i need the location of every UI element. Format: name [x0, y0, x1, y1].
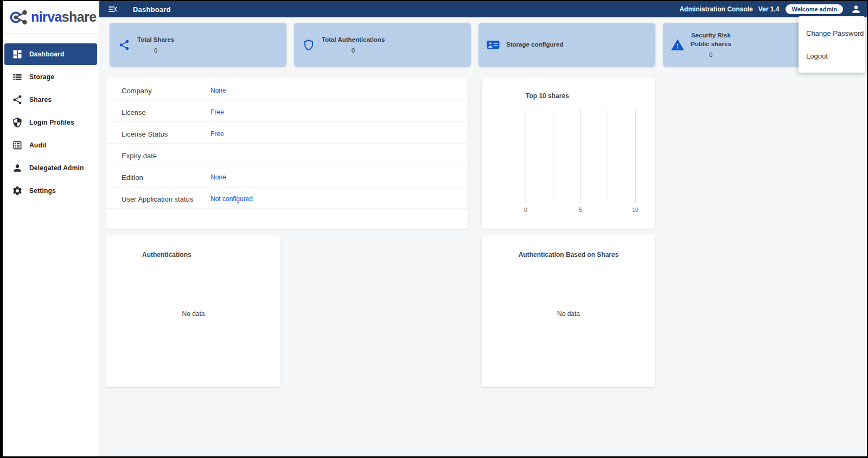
row-label: Expiry date — [122, 152, 157, 160]
row-label: License Status — [122, 130, 168, 138]
app-window: nirvashare Dashboard Storage Shares Logi… — [3, 1, 867, 456]
change-password-menu-item[interactable]: Change Password — [799, 22, 865, 44]
chart-gridline — [553, 108, 553, 203]
warning-icon — [671, 38, 685, 52]
table-row: Expiry date — [106, 146, 468, 165]
row-value-link[interactable]: None — [210, 87, 226, 94]
no-data-text: No data — [482, 310, 655, 318]
stat-card-value: 0 — [709, 51, 712, 58]
license-info-panel: Company None License Free License Status… — [106, 78, 468, 229]
stat-card-title: Storage configured — [506, 41, 563, 49]
share-icon — [12, 94, 23, 105]
stat-card-title: Total Authentications — [322, 36, 385, 44]
person-icon — [12, 163, 23, 173]
chart-title: Top 10 shares — [526, 92, 569, 100]
chart-gridline — [608, 108, 608, 203]
share-icon — [117, 39, 131, 51]
menu-open-icon — [107, 4, 118, 15]
topbar-right: Administration Console Ver 1.4 Welcome a… — [679, 4, 867, 15]
sidebar-item-label: Storage — [29, 73, 54, 81]
sidebar-item-label: Dashboard — [29, 50, 64, 58]
gear-icon — [12, 185, 23, 196]
sidebar-item-storage[interactable]: Storage — [4, 66, 97, 88]
stat-cards-row: Total Shares 0 Total Authentications 0 — [110, 23, 840, 67]
table-row: Edition None — [106, 168, 468, 186]
sidebar-item-shares[interactable]: Shares — [4, 89, 97, 111]
dashboard-icon — [12, 49, 23, 60]
user-menu-button[interactable] — [851, 4, 861, 15]
menu-toggle-button[interactable] — [107, 3, 119, 15]
row-value-link[interactable]: Free — [210, 130, 224, 138]
console-label: Administration Console — [679, 5, 752, 13]
sidebar-item-login-profiles[interactable]: Login Profiles — [4, 112, 97, 133]
nirvashare-logo-icon — [9, 8, 30, 27]
stat-card-title: Security RiskPublic shares — [691, 31, 731, 48]
sidebar-nav: Dashboard Storage Shares Login Profiles … — [3, 43, 99, 202]
authentications-chart: Authentications No data — [106, 235, 280, 387]
sidebar: nirvashare Dashboard Storage Shares Logi… — [3, 1, 99, 456]
stat-card-storage-configured: Storage configured — [478, 23, 655, 67]
sidebar-item-settings[interactable]: Settings — [4, 180, 97, 202]
row-value-link[interactable]: Free — [210, 108, 224, 116]
stat-card-total-authentications: Total Authentications 0 — [294, 23, 471, 67]
contact-card-icon — [486, 37, 500, 52]
brand-logo: nirvashare — [3, 1, 99, 34]
authentication-based-on-shares-chart: Authentication Based on Shares No data — [482, 235, 655, 387]
shield-icon — [12, 117, 23, 128]
logout-menu-item[interactable]: Logout — [799, 44, 865, 67]
row-value-link[interactable]: Not configured — [210, 195, 253, 203]
list-icon — [12, 72, 23, 82]
row-label: License — [122, 108, 146, 117]
sidebar-item-label: Audit — [29, 141, 47, 149]
chart-title: Authentications — [142, 251, 192, 259]
table-row: Company None — [106, 81, 468, 100]
brand-name: nirvashare — [31, 9, 96, 25]
sidebar-item-audit[interactable]: Audit — [4, 134, 97, 156]
version-label: Ver 1.4 — [758, 5, 780, 13]
sidebar-item-label: Delegated Admin — [29, 164, 84, 172]
row-value-link[interactable]: None — [210, 173, 226, 181]
stat-card-value: 0 — [154, 47, 157, 54]
no-data-text: No data — [106, 310, 280, 318]
row-label: User Application status — [122, 195, 193, 203]
stat-card-value: 0 — [352, 47, 355, 54]
chart-title: Authentication Based on Shares — [482, 251, 655, 259]
chart-gridline — [580, 108, 581, 203]
welcome-admin-pill[interactable]: Welcome admin — [786, 4, 843, 14]
sidebar-item-label: Login Profiles — [29, 119, 74, 126]
sidebar-item-delegated-admin[interactable]: Delegated Admin — [4, 157, 97, 179]
x-tick-label: 5 — [572, 207, 589, 213]
stat-card-total-shares: Total Shares 0 — [110, 23, 286, 67]
user-dropdown-menu: Change Password Logout — [799, 16, 865, 73]
stat-card-title: Total Shares — [137, 36, 174, 44]
sidebar-item-dashboard[interactable]: Dashboard — [4, 43, 97, 65]
sidebar-item-label: Settings — [29, 187, 56, 195]
main-content: Total Shares 0 Total Authentications 0 — [99, 17, 867, 456]
chart-axis-line — [526, 108, 526, 203]
x-tick-label: 0 — [518, 207, 534, 213]
row-label: Company — [122, 87, 152, 95]
chart-gridline — [635, 108, 636, 203]
user-icon — [851, 4, 861, 15]
row-label: Edition — [122, 173, 143, 182]
shield-outline-icon — [302, 38, 316, 51]
page-title: Dashboard — [133, 5, 171, 14]
x-tick-label: 10 — [627, 207, 643, 213]
topbar: Dashboard Administration Console Ver 1.4… — [99, 1, 867, 17]
table-row: License Status Free — [106, 125, 468, 143]
list-alt-icon — [12, 140, 23, 151]
table-row: User Application status Not configured — [106, 190, 468, 208]
table-row: License Free — [106, 103, 468, 121]
top-10-shares-chart: Top 10 shares 0 5 10 — [482, 78, 655, 229]
sidebar-item-label: Shares — [29, 96, 52, 104]
